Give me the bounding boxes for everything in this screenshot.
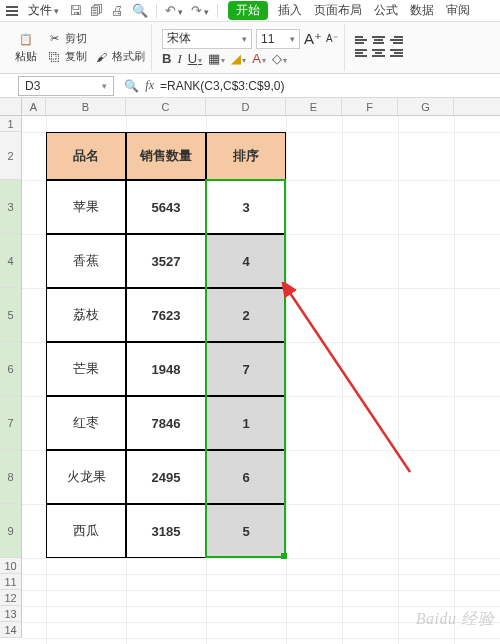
cell-name-row9[interactable]: 西瓜: [46, 504, 126, 558]
col-header-g[interactable]: G: [398, 98, 454, 115]
save-icon[interactable]: 🖫: [69, 3, 82, 18]
align-top-center-icon[interactable]: [372, 36, 386, 46]
format-painter-button[interactable]: 🖌 格式刷: [93, 49, 145, 65]
cell-qty-row9[interactable]: 3185: [126, 504, 206, 558]
fx-icon[interactable]: fx: [145, 78, 154, 93]
increase-font-icon[interactable]: A⁺: [304, 30, 322, 48]
cell-qty-row5[interactable]: 7623: [126, 288, 206, 342]
col-header-c[interactable]: C: [126, 98, 206, 115]
row-header-3[interactable]: 3: [0, 180, 21, 234]
cell-style-button[interactable]: ◇: [272, 51, 287, 66]
tab-insert[interactable]: 插入: [278, 2, 302, 19]
paste-label: 粘贴: [15, 49, 37, 64]
header-name[interactable]: 品名: [46, 132, 126, 180]
tab-formulas[interactable]: 公式: [374, 2, 398, 19]
cell-qty-row7[interactable]: 7846: [126, 396, 206, 450]
name-box[interactable]: D3 ▾: [18, 76, 114, 96]
paste-button[interactable]: 📋 粘贴: [10, 32, 42, 64]
row-header-2[interactable]: 2: [0, 132, 21, 180]
cell-rank-row3[interactable]: 3: [206, 180, 286, 234]
quick-access-toolbar: 🖫 🗐 🖨 🔍 ↶ ↷: [69, 3, 218, 18]
cell-name-row6[interactable]: 芒果: [46, 342, 126, 396]
row-header-6[interactable]: 6: [0, 342, 21, 396]
brush-icon: 🖌: [93, 49, 109, 65]
row-header-11[interactable]: 11: [0, 574, 21, 590]
cancel-formula-icon[interactable]: 🔍: [124, 79, 139, 93]
row-header-14[interactable]: 14: [0, 622, 21, 638]
file-menu[interactable]: 文件: [28, 2, 59, 19]
alignment-group: [349, 24, 409, 71]
col-header-d[interactable]: D: [206, 98, 286, 115]
undo-button[interactable]: ↶: [165, 3, 183, 18]
font-name-combo[interactable]: 宋体▾: [162, 29, 252, 49]
hamburger-icon[interactable]: [6, 6, 18, 16]
align-top-right-icon[interactable]: [389, 36, 403, 46]
redo-button[interactable]: ↷: [191, 3, 209, 18]
italic-button[interactable]: I: [177, 51, 181, 67]
underline-button[interactable]: U: [188, 51, 202, 66]
ribbon-toolbar: 📋 粘贴 ✂ 剪切 ⿻ 复制 🖌 格式刷: [0, 22, 500, 74]
row-header-1[interactable]: 1: [0, 116, 21, 132]
cell-rank-row6[interactable]: 7: [206, 342, 286, 396]
row-header-12[interactable]: 12: [0, 590, 21, 606]
row-header-9[interactable]: 9: [0, 504, 21, 558]
col-header-b[interactable]: B: [46, 98, 126, 115]
bold-button[interactable]: B: [162, 51, 171, 66]
row-header-5[interactable]: 5: [0, 288, 21, 342]
select-all-corner[interactable]: [0, 98, 22, 115]
tab-review[interactable]: 审阅: [446, 2, 470, 19]
row-header-7[interactable]: 7: [0, 396, 21, 450]
cut-label: 剪切: [65, 31, 87, 46]
cell-qty-row4[interactable]: 3527: [126, 234, 206, 288]
print-preview-icon[interactable]: 🔍: [132, 3, 148, 18]
spreadsheet-grid[interactable]: ABCDEFG 1234567891011121314 品名销售数量排序苹果56…: [0, 98, 500, 644]
ribbon-tabs: 插入 页面布局 公式 数据 审阅: [278, 2, 470, 19]
copy-icon: ⿻: [46, 49, 62, 65]
cell-name-row7[interactable]: 红枣: [46, 396, 126, 450]
font-group: 宋体▾ 11▾ A⁺ A⁻ B I U ▦ ◢ A ◇: [156, 24, 345, 71]
cell-rank-row7[interactable]: 1: [206, 396, 286, 450]
row-header-13[interactable]: 13: [0, 606, 21, 622]
cell-name-row8[interactable]: 火龙果: [46, 450, 126, 504]
cell-name-row4[interactable]: 香蕉: [46, 234, 126, 288]
align-right-icon[interactable]: [389, 49, 403, 59]
name-box-value: D3: [25, 79, 40, 93]
col-header-f[interactable]: F: [342, 98, 398, 115]
fill-color-button[interactable]: ◢: [231, 51, 246, 66]
copy-button[interactable]: ⿻ 复制: [46, 49, 87, 65]
row-header-10[interactable]: 10: [0, 558, 21, 574]
col-header-a[interactable]: A: [22, 98, 46, 115]
font-name-value: 宋体: [167, 30, 191, 47]
tab-data[interactable]: 数据: [410, 2, 434, 19]
print-icon[interactable]: 🖨: [111, 3, 124, 18]
cell-qty-row6[interactable]: 1948: [126, 342, 206, 396]
cell-rank-row4[interactable]: 4: [206, 234, 286, 288]
align-top-left-icon[interactable]: [355, 36, 369, 46]
cell-rank-row8[interactable]: 6: [206, 450, 286, 504]
align-left-icon[interactable]: [355, 49, 369, 59]
cell-name-row5[interactable]: 荔枝: [46, 288, 126, 342]
cell-qty-row8[interactable]: 2495: [126, 450, 206, 504]
cell-name-row3[interactable]: 苹果: [46, 180, 126, 234]
font-size-combo[interactable]: 11▾: [256, 29, 300, 49]
decrease-font-icon[interactable]: A⁻: [326, 33, 338, 44]
cell-qty-row3[interactable]: 5643: [126, 180, 206, 234]
borders-button[interactable]: ▦: [208, 51, 225, 66]
scissors-icon: ✂: [46, 31, 62, 47]
cell-rank-row5[interactable]: 2: [206, 288, 286, 342]
col-header-e[interactable]: E: [286, 98, 342, 115]
cell-rank-row9[interactable]: 5: [206, 504, 286, 558]
tab-page-layout[interactable]: 页面布局: [314, 2, 362, 19]
header-qty[interactable]: 销售数量: [126, 132, 206, 180]
align-center-icon[interactable]: [372, 49, 386, 59]
tab-start[interactable]: 开始: [228, 1, 268, 20]
row-header-4[interactable]: 4: [0, 234, 21, 288]
cut-button[interactable]: ✂ 剪切: [46, 31, 145, 47]
header-rank[interactable]: 排序: [206, 132, 286, 180]
cells-area[interactable]: 品名销售数量排序苹果56433香蕉35274荔枝76232芒果19487红枣78…: [22, 116, 500, 644]
row-header-8[interactable]: 8: [0, 450, 21, 504]
save-as-icon[interactable]: 🗐: [90, 3, 103, 18]
clipboard-icon: 📋: [18, 32, 34, 48]
font-color-button[interactable]: A: [252, 51, 266, 66]
formula-input[interactable]: =RANK(C3,C$3:C$9,0): [154, 79, 500, 93]
